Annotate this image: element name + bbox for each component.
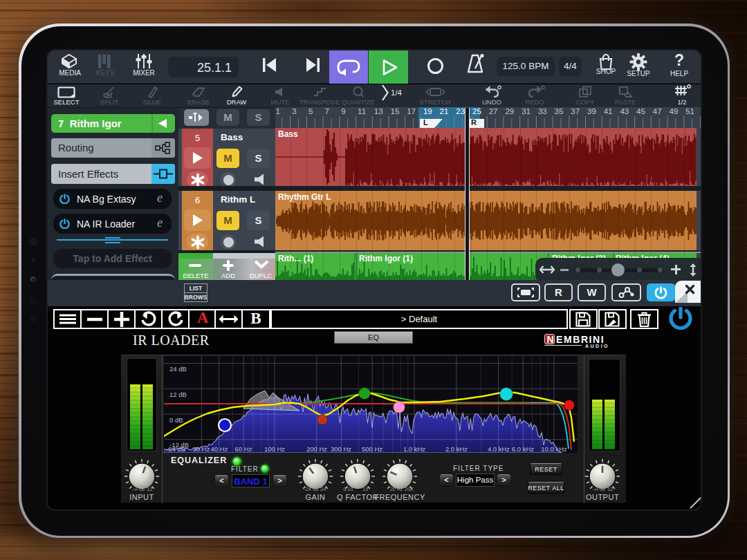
svg-text:12 dB: 12 dB [169,391,187,398]
svg-text:100 Hz: 100 Hz [264,445,285,453]
svg-text:4.0 kHz: 4.0 kHz [488,445,510,453]
svg-text:300 Hz: 300 Hz [331,445,351,453]
svg-text:31: 31 [522,107,531,115]
svg-text:5: 5 [308,107,313,115]
svg-text:51: 51 [685,107,694,115]
svg-text:60 Hz: 60 Hz [235,445,252,453]
svg-text:25: 25 [472,107,481,115]
svg-text:200 Hz: 200 Hz [306,445,327,453]
svg-text:1: 1 [276,107,280,115]
svg-text:-24 dB: -24 dB [166,445,185,453]
svg-text:2.0 kHz: 2.0 kHz [445,445,468,453]
svg-text:33: 33 [538,107,547,115]
svg-text:0 dB: 0 dB [169,416,183,424]
svg-text:27: 27 [489,107,498,115]
svg-text:35: 35 [555,107,564,115]
svg-text:13: 13 [374,107,383,115]
svg-text:47: 47 [653,107,662,115]
svg-text:40 Hz: 40 Hz [211,445,228,453]
svg-text:17: 17 [407,107,416,115]
svg-text:1.0 kHz: 1.0 kHz [403,445,425,453]
svg-text:11: 11 [358,107,366,115]
svg-text:10.0 kHz: 10.0 kHz [541,445,567,453]
svg-text:41: 41 [604,107,613,115]
svg-text:49: 49 [670,107,679,115]
svg-text:19: 19 [423,107,432,115]
svg-text:24 dB: 24 dB [169,365,187,373]
svg-text:L: L [423,118,428,127]
svg-text:30 Hz: 30 Hz [193,445,210,453]
svg-text:R: R [471,118,477,127]
svg-text:39: 39 [587,107,596,115]
svg-text:500 Hz: 500 Hz [362,445,382,453]
svg-text:9: 9 [341,107,345,115]
svg-text:15: 15 [391,107,400,115]
svg-text:45: 45 [636,107,645,115]
svg-text:23: 23 [456,107,465,115]
svg-text:21: 21 [440,107,449,115]
svg-text:7: 7 [325,107,329,115]
svg-text:29: 29 [505,107,514,115]
svg-text:6.0 kHz: 6.0 kHz [512,445,534,453]
svg-text:3: 3 [292,107,296,115]
svg-text:37: 37 [571,107,580,115]
svg-text:43: 43 [620,107,629,115]
